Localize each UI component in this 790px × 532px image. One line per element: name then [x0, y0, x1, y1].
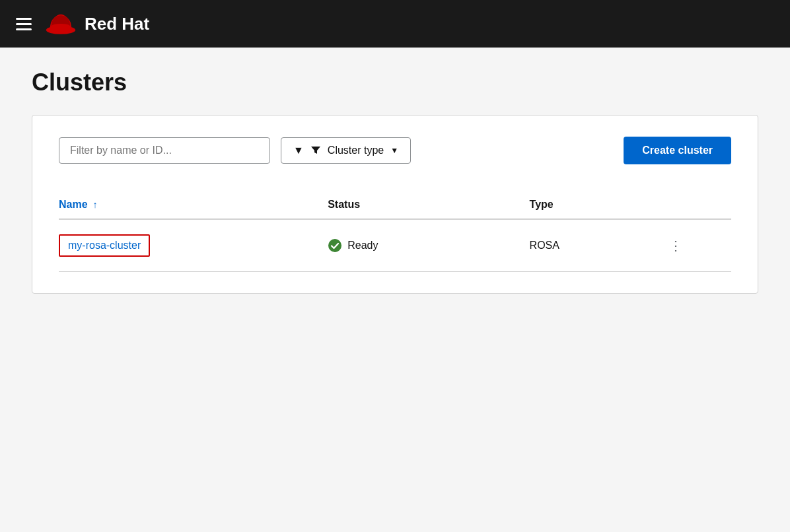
cluster-status-cell: Ready [328, 219, 529, 272]
chevron-down-icon: ▼ [390, 146, 398, 155]
hamburger-menu[interactable] [16, 18, 32, 30]
cluster-type-label: Cluster type [328, 145, 384, 156]
col-header-status: Status [328, 191, 529, 219]
cluster-type-dropdown[interactable]: ▼ Cluster type ▼ [281, 137, 411, 164]
redhat-hat-icon [45, 11, 77, 36]
svg-point-1 [328, 239, 341, 252]
status-ready-badge: Ready [328, 238, 519, 253]
navbar: Red Hat [0, 0, 790, 48]
brand-name: Red Hat [85, 14, 149, 34]
cluster-name-cell: my-rosa-cluster [59, 219, 328, 272]
brand-logo: Red Hat [45, 11, 149, 36]
clusters-table: Name ↑ Status Type my-rosa-cluster [59, 191, 731, 272]
col-header-name: Name ↑ [59, 191, 328, 219]
table-row: my-rosa-cluster Ready ROSA [59, 219, 731, 272]
funnel-icon [310, 145, 321, 156]
cluster-type-cell: ROSA [530, 219, 664, 272]
kebab-menu-button[interactable]: ⋮ [664, 235, 688, 256]
cluster-name-link[interactable]: my-rosa-cluster [59, 234, 150, 257]
ready-check-icon [328, 238, 342, 253]
filter-icon: ▼ [293, 145, 304, 156]
filter-input[interactable] [59, 137, 270, 164]
name-column-label: Name [59, 199, 88, 211]
create-cluster-button[interactable]: Create cluster [624, 137, 731, 164]
col-header-actions [664, 191, 731, 219]
cluster-actions-cell: ⋮ [664, 219, 731, 272]
sort-ascending-icon: ↑ [93, 199, 98, 210]
col-header-type: Type [530, 191, 664, 219]
name-sort-button[interactable]: Name ↑ [59, 199, 317, 211]
toolbar: ▼ Cluster type ▼ Create cluster [59, 137, 731, 164]
status-text: Ready [347, 240, 378, 251]
page-title: Clusters [32, 69, 758, 96]
clusters-panel: ▼ Cluster type ▼ Create cluster Name ↑ [32, 115, 758, 294]
table-header-row: Name ↑ Status Type [59, 191, 731, 219]
page-content: Clusters ▼ Cluster type ▼ Create cluster [0, 48, 790, 315]
